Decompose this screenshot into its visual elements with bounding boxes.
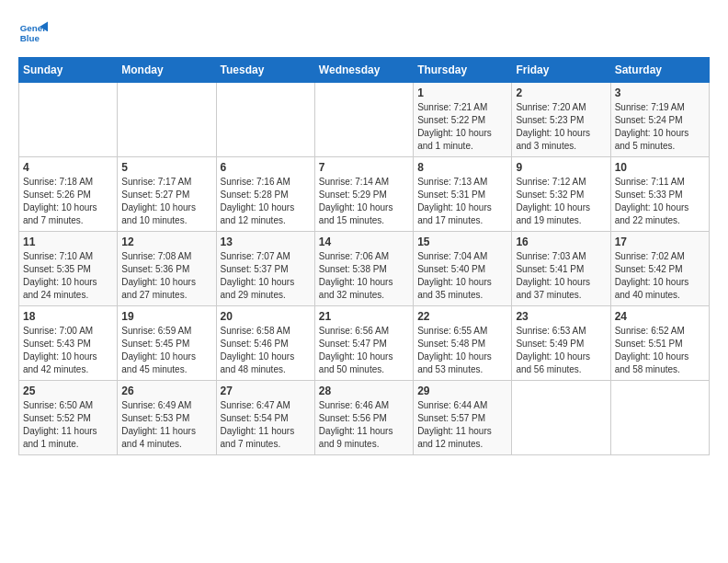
calendar-cell: 14Sunrise: 7:06 AM Sunset: 5:38 PM Dayli… xyxy=(314,232,413,306)
calendar-cell: 8Sunrise: 7:13 AM Sunset: 5:31 PM Daylig… xyxy=(414,157,512,232)
calendar-cell: 2Sunrise: 7:20 AM Sunset: 5:23 PM Daylig… xyxy=(512,83,610,157)
day-info: Sunrise: 7:04 AM Sunset: 5:40 PM Dayligh… xyxy=(417,250,507,302)
day-number: 20 xyxy=(221,310,311,323)
calendar-cell: 26Sunrise: 6:49 AM Sunset: 5:53 PM Dayli… xyxy=(118,381,216,455)
day-info: Sunrise: 6:49 AM Sunset: 5:53 PM Dayligh… xyxy=(121,399,211,451)
calendar-cell: 16Sunrise: 7:03 AM Sunset: 5:41 PM Dayli… xyxy=(512,232,610,306)
day-header-tuesday: Tuesday xyxy=(216,58,314,83)
day-info: Sunrise: 7:02 AM Sunset: 5:42 PM Dayligh… xyxy=(615,250,705,302)
day-info: Sunrise: 7:18 AM Sunset: 5:26 PM Dayligh… xyxy=(23,176,113,227)
calendar-cell: 21Sunrise: 6:56 AM Sunset: 5:47 PM Dayli… xyxy=(314,306,413,381)
day-info: Sunrise: 7:00 AM Sunset: 5:43 PM Dayligh… xyxy=(23,325,113,376)
day-number: 17 xyxy=(615,236,705,248)
day-info: Sunrise: 7:08 AM Sunset: 5:36 PM Dayligh… xyxy=(121,250,211,302)
day-number: 28 xyxy=(319,385,409,397)
day-number: 27 xyxy=(221,385,311,397)
day-info: Sunrise: 7:10 AM Sunset: 5:35 PM Dayligh… xyxy=(23,250,113,302)
day-number: 13 xyxy=(221,236,311,248)
day-number: 4 xyxy=(23,161,113,174)
day-info: Sunrise: 7:17 AM Sunset: 5:27 PM Dayligh… xyxy=(121,176,211,227)
day-number: 29 xyxy=(417,385,507,397)
day-number: 5 xyxy=(121,161,211,174)
day-number: 21 xyxy=(319,310,409,323)
day-info: Sunrise: 7:07 AM Sunset: 5:37 PM Dayligh… xyxy=(221,250,311,302)
day-number: 1 xyxy=(417,86,507,99)
calendar-cell: 29Sunrise: 6:44 AM Sunset: 5:57 PM Dayli… xyxy=(414,381,512,455)
calendar-cell: 20Sunrise: 6:58 AM Sunset: 5:46 PM Dayli… xyxy=(216,306,314,381)
calendar-cell: 19Sunrise: 6:59 AM Sunset: 5:45 PM Dayli… xyxy=(118,306,216,381)
day-number: 19 xyxy=(121,310,211,323)
calendar-cell: 7Sunrise: 7:14 AM Sunset: 5:29 PM Daylig… xyxy=(314,157,413,232)
day-info: Sunrise: 7:14 AM Sunset: 5:29 PM Dayligh… xyxy=(319,176,409,227)
calendar-week-2: 4Sunrise: 7:18 AM Sunset: 5:26 PM Daylig… xyxy=(19,157,710,232)
day-number: 9 xyxy=(516,161,606,174)
day-number: 26 xyxy=(121,385,211,397)
day-number: 8 xyxy=(417,161,507,174)
calendar-cell: 12Sunrise: 7:08 AM Sunset: 5:36 PM Dayli… xyxy=(118,232,216,306)
calendar-cell: 10Sunrise: 7:11 AM Sunset: 5:33 PM Dayli… xyxy=(610,157,709,232)
day-info: Sunrise: 6:47 AM Sunset: 5:54 PM Dayligh… xyxy=(221,399,311,451)
calendar-cell: 22Sunrise: 6:55 AM Sunset: 5:48 PM Dayli… xyxy=(414,306,512,381)
day-number: 23 xyxy=(516,310,606,323)
day-number: 14 xyxy=(319,236,409,248)
calendar-week-4: 18Sunrise: 7:00 AM Sunset: 5:43 PM Dayli… xyxy=(19,306,710,381)
calendar-cell: 25Sunrise: 6:50 AM Sunset: 5:52 PM Dayli… xyxy=(19,381,118,455)
day-info: Sunrise: 7:11 AM Sunset: 5:33 PM Dayligh… xyxy=(615,176,705,227)
calendar-cell: 27Sunrise: 6:47 AM Sunset: 5:54 PM Dayli… xyxy=(216,381,314,455)
calendar-week-3: 11Sunrise: 7:10 AM Sunset: 5:35 PM Dayli… xyxy=(19,232,710,306)
page-header: General Blue xyxy=(18,18,710,48)
day-number: 7 xyxy=(319,161,409,174)
day-info: Sunrise: 6:56 AM Sunset: 5:47 PM Dayligh… xyxy=(319,325,409,376)
day-info: Sunrise: 7:12 AM Sunset: 5:32 PM Dayligh… xyxy=(516,176,606,227)
calendar-cell: 3Sunrise: 7:19 AM Sunset: 5:24 PM Daylig… xyxy=(610,83,709,157)
calendar-table: SundayMondayTuesdayWednesdayThursdayFrid… xyxy=(18,57,710,455)
calendar-cell xyxy=(19,83,118,157)
day-header-wednesday: Wednesday xyxy=(314,58,413,83)
logo: General Blue xyxy=(18,18,51,48)
logo-icon: General Blue xyxy=(18,18,48,48)
svg-text:Blue: Blue xyxy=(20,33,40,43)
calendar-cell: 24Sunrise: 6:52 AM Sunset: 5:51 PM Dayli… xyxy=(610,306,709,381)
calendar-week-5: 25Sunrise: 6:50 AM Sunset: 5:52 PM Dayli… xyxy=(19,381,710,455)
day-number: 10 xyxy=(615,161,705,174)
day-number: 25 xyxy=(23,385,113,397)
calendar-cell: 13Sunrise: 7:07 AM Sunset: 5:37 PM Dayli… xyxy=(216,232,314,306)
day-header-monday: Monday xyxy=(118,58,216,83)
day-info: Sunrise: 6:52 AM Sunset: 5:51 PM Dayligh… xyxy=(615,325,705,376)
day-info: Sunrise: 6:58 AM Sunset: 5:46 PM Dayligh… xyxy=(221,325,311,376)
calendar-cell xyxy=(216,83,314,157)
day-info: Sunrise: 6:50 AM Sunset: 5:52 PM Dayligh… xyxy=(23,399,113,451)
calendar-cell: 6Sunrise: 7:16 AM Sunset: 5:28 PM Daylig… xyxy=(216,157,314,232)
day-number: 6 xyxy=(221,161,311,174)
day-info: Sunrise: 6:46 AM Sunset: 5:56 PM Dayligh… xyxy=(319,399,409,451)
day-info: Sunrise: 7:19 AM Sunset: 5:24 PM Dayligh… xyxy=(615,101,705,153)
day-info: Sunrise: 6:59 AM Sunset: 5:45 PM Dayligh… xyxy=(121,325,211,376)
day-header-sunday: Sunday xyxy=(19,58,118,83)
day-header-friday: Friday xyxy=(512,58,610,83)
day-info: Sunrise: 7:20 AM Sunset: 5:23 PM Dayligh… xyxy=(516,101,606,153)
calendar-cell: 9Sunrise: 7:12 AM Sunset: 5:32 PM Daylig… xyxy=(512,157,610,232)
calendar-cell: 15Sunrise: 7:04 AM Sunset: 5:40 PM Dayli… xyxy=(414,232,512,306)
day-info: Sunrise: 7:21 AM Sunset: 5:22 PM Dayligh… xyxy=(417,101,507,153)
calendar-cell: 17Sunrise: 7:02 AM Sunset: 5:42 PM Dayli… xyxy=(610,232,709,306)
day-number: 15 xyxy=(417,236,507,248)
day-info: Sunrise: 6:53 AM Sunset: 5:49 PM Dayligh… xyxy=(516,325,606,376)
calendar-cell: 23Sunrise: 6:53 AM Sunset: 5:49 PM Dayli… xyxy=(512,306,610,381)
day-number: 22 xyxy=(417,310,507,323)
calendar-cell xyxy=(610,381,709,455)
calendar-header-row: SundayMondayTuesdayWednesdayThursdayFrid… xyxy=(19,58,710,83)
day-info: Sunrise: 6:55 AM Sunset: 5:48 PM Dayligh… xyxy=(417,325,507,376)
day-number: 24 xyxy=(615,310,705,323)
day-info: Sunrise: 7:16 AM Sunset: 5:28 PM Dayligh… xyxy=(221,176,311,227)
calendar-cell xyxy=(512,381,610,455)
calendar-week-1: 1Sunrise: 7:21 AM Sunset: 5:22 PM Daylig… xyxy=(19,83,710,157)
day-number: 18 xyxy=(23,310,113,323)
calendar-cell: 28Sunrise: 6:46 AM Sunset: 5:56 PM Dayli… xyxy=(314,381,413,455)
day-header-thursday: Thursday xyxy=(414,58,512,83)
calendar-cell: 11Sunrise: 7:10 AM Sunset: 5:35 PM Dayli… xyxy=(19,232,118,306)
day-number: 12 xyxy=(121,236,211,248)
calendar-cell xyxy=(118,83,216,157)
calendar-cell: 18Sunrise: 7:00 AM Sunset: 5:43 PM Dayli… xyxy=(19,306,118,381)
day-number: 3 xyxy=(615,86,705,99)
day-number: 2 xyxy=(516,86,606,99)
